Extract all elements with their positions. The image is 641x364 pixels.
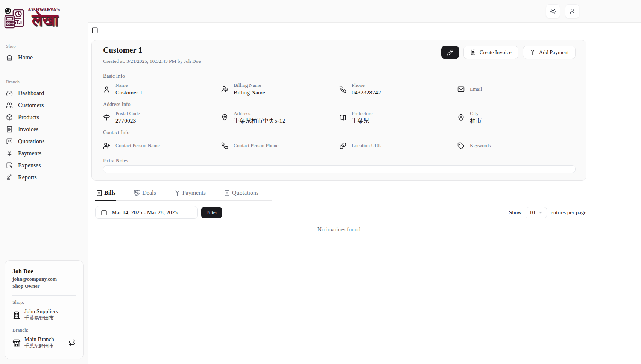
- sidebar-item-payments[interactable]: Payments: [6, 149, 82, 158]
- field-name: NameCustomer 1: [103, 80, 221, 98]
- receipt-icon: [6, 126, 13, 133]
- switch-branch-button[interactable]: [68, 339, 76, 346]
- account-button[interactable]: [565, 4, 579, 18]
- user-icon: [103, 86, 110, 93]
- field-phone: Phone0432328742: [339, 80, 457, 98]
- field-city: City柏市: [457, 108, 576, 126]
- building-icon: [12, 311, 21, 319]
- brand-logo-icon: [3, 7, 26, 30]
- map-icon: [339, 114, 346, 121]
- panel-left-icon: [91, 27, 98, 34]
- create-invoice-button[interactable]: Create Invoice: [463, 46, 518, 59]
- phone-icon: [221, 142, 228, 149]
- extra-notes-input[interactable]: [103, 165, 576, 173]
- empty-state-message: No invoices found: [91, 226, 586, 233]
- chart-icon: [6, 174, 13, 181]
- customer-detail-card: Customer 1 Created at: 3/21/2025, 10:32:…: [91, 40, 586, 181]
- sidebar-item-dashboard[interactable]: Dashboard: [6, 89, 82, 98]
- invoice-filter-row: Mar 14, 2025 - Mar 28, 2025 Filter Show …: [95, 206, 586, 219]
- sidebar-item-products[interactable]: Products: [6, 113, 82, 122]
- tag-icon: [457, 142, 465, 149]
- yen-icon: [530, 49, 536, 55]
- map-pin-icon: [457, 114, 465, 121]
- field-billing-name: Billing NameBilling Name: [221, 80, 339, 98]
- receipt-icon: [96, 190, 102, 196]
- sidebar-item-invoices[interactable]: Invoices: [6, 125, 82, 134]
- entries-label: entries per page: [551, 209, 586, 216]
- users-icon: [6, 102, 13, 109]
- field-contact-person-name: Contact Person Name: [103, 136, 221, 155]
- field-address: Address千葉県柏市中央5-12: [221, 108, 339, 126]
- tab-deals[interactable]: Deals: [133, 190, 156, 201]
- sidebar-item-label: Payments: [18, 150, 41, 157]
- handshake-icon: [134, 190, 140, 196]
- topbar: [88, 0, 641, 23]
- user-role: Shop Owner: [12, 283, 76, 289]
- link-icon: [339, 142, 346, 149]
- yen-icon: [6, 150, 13, 157]
- sidebar-item-quotations[interactable]: Quotations: [6, 137, 82, 146]
- filter-button[interactable]: Filter: [201, 207, 222, 218]
- sidebar-toggle-button[interactable]: [91, 26, 98, 34]
- field-keywords: Keywords: [457, 136, 576, 155]
- sidebar-item-label: Invoices: [18, 126, 38, 133]
- divider: [12, 325, 76, 325]
- sidebar-nav: Shop Home Branch Dashboard Customers Pro…: [0, 36, 88, 185]
- date-range-picker[interactable]: Mar 14, 2025 - Mar 28, 2025: [95, 206, 198, 219]
- brand-tagline: AISHWARYA's: [28, 7, 60, 12]
- sidebar-item-reports[interactable]: Reports: [6, 173, 82, 182]
- sidebar-item-label: Customers: [18, 102, 44, 109]
- shop-name: John Suppliers: [24, 308, 58, 315]
- user-pen-icon: [221, 86, 228, 93]
- sidebar-item-label: Products: [18, 114, 39, 121]
- sidebar-item-label: Quotations: [18, 138, 44, 145]
- branch-name: Main Branch: [24, 336, 54, 343]
- chevron-down-icon: [538, 210, 543, 215]
- wallet-icon: [6, 162, 13, 169]
- field-contact-person-phone: Contact Person Phone: [221, 136, 339, 155]
- brand-title: लेखा: [32, 12, 58, 28]
- tab-payments[interactable]: Payments: [173, 190, 207, 201]
- sun-icon: [550, 8, 556, 15]
- sidebar-item-home[interactable]: Home: [6, 53, 82, 62]
- receipt-icon: [470, 49, 476, 55]
- divider: [103, 70, 576, 70]
- user-name: Joh Doe: [12, 268, 76, 275]
- brand-logo[interactable]: AISHWARYA's लेखा: [0, 0, 88, 36]
- scroll-text-icon: [224, 190, 230, 196]
- customer-created-at: Created at: 3/21/2025, 10:32:43 PM by Jo…: [103, 58, 201, 64]
- sidebar-item-label: Dashboard: [18, 90, 44, 97]
- date-range-value: Mar 14, 2025 - Mar 28, 2025: [112, 209, 178, 216]
- map-pin-house-icon: [221, 114, 228, 121]
- edit-customer-button[interactable]: [441, 46, 459, 59]
- sidebar-item-customers[interactable]: Customers: [6, 101, 82, 110]
- signpost-icon: [103, 114, 110, 121]
- package-icon: [6, 114, 13, 121]
- add-payment-button[interactable]: Add Payment: [523, 46, 576, 59]
- branch-label: Branch:: [12, 327, 76, 333]
- tab-label: Bills: [104, 190, 115, 196]
- message-quote-icon: [6, 138, 13, 145]
- tab-label: Payments: [182, 190, 206, 196]
- contact-info-label: Contact Info: [103, 130, 576, 136]
- sidebar-item-label: Home: [18, 54, 33, 61]
- shop-location: 千葉県野田市: [24, 315, 58, 322]
- repeat-icon: [68, 339, 76, 346]
- tab-bills[interactable]: Bills: [95, 190, 116, 201]
- shop-entity: John Suppliers 千葉県野田市: [12, 308, 76, 322]
- show-label: Show: [509, 209, 522, 216]
- theme-toggle-button[interactable]: [546, 4, 560, 18]
- pencil-icon: [447, 49, 453, 56]
- page-size-select[interactable]: 10: [526, 207, 547, 218]
- gauge-icon: [6, 90, 13, 97]
- sidebar-item-label: Reports: [18, 174, 37, 181]
- basic-info-label: Basic Info: [103, 73, 576, 79]
- field-location-url: Location URL: [339, 136, 457, 155]
- sidebar-item-expenses[interactable]: Expenses: [6, 161, 82, 170]
- address-info-label: Address Info: [103, 102, 576, 108]
- user-icon: [569, 8, 576, 15]
- sidebar-item-label: Expenses: [18, 162, 41, 169]
- tab-label: Quotations: [232, 190, 258, 196]
- user-email: john@company.com: [12, 276, 76, 282]
- tab-quotations[interactable]: Quotations: [223, 190, 259, 201]
